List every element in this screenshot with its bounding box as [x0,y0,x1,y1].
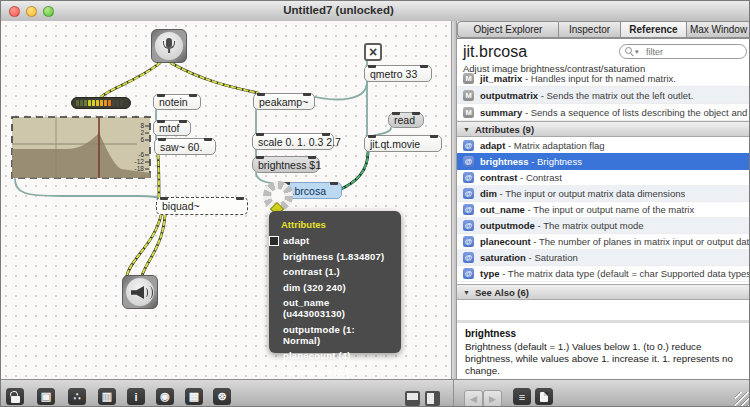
svg-text:-12: -12 [135,158,145,165]
list-view-button[interactable]: ≡ [513,388,531,405]
connections-icon: ◉ [160,390,170,403]
close-window-icon[interactable] [9,6,20,17]
tab-reference[interactable]: Reference [621,21,687,38]
message-badge-icon: M [463,107,474,118]
speaker-icon [126,278,154,306]
method-row-summary[interactable]: M summarySends a sequence of lists descr… [457,104,750,121]
object-box-notein[interactable]: notein [153,94,201,110]
reference-title: jit.brcosa [463,43,527,61]
info-icon: i [134,391,137,403]
description-body: Brightness (default = 1.) Values below 1… [465,341,743,378]
attr-row-saturation[interactable]: @ saturationSaturation [457,249,750,266]
minimize-window-icon[interactable] [26,6,37,17]
attribute-badge-icon: @ [463,204,474,215]
level-meter [71,97,131,109]
grid-button[interactable]: ▦ [185,388,203,405]
attribute-badge-icon: @ [463,220,474,231]
object-box-jit-qt-movie[interactable]: jit.qt.movie [364,135,442,152]
back-button[interactable]: ◀ [464,390,483,407]
presentation-mode-button[interactable]: ▥ [98,388,116,405]
toolbar-divider [453,380,454,407]
sprocket-icon: ⊛ [217,390,226,403]
attr-row-adapt[interactable]: @ adaptMatrix adaptation flag [457,137,750,154]
message-badge-icon: M [463,73,474,84]
attribute-description-pane: brightness Brightness (default = 1.) Val… [457,323,750,379]
duplicate-button[interactable]: ▣ [37,388,55,405]
svg-text:2: 2 [140,129,144,136]
svg-text:-6: -6 [138,151,144,158]
grid-icon: ▦ [189,390,199,403]
attribute-badge-icon: @ [463,140,474,151]
connections-button[interactable]: ◉ [156,388,174,405]
patch-cords-icon: ∴ [74,390,81,403]
mic-icon [155,32,183,60]
message-box-read[interactable]: read [388,112,424,128]
attr-row-contrast[interactable]: @ contrastContrast [457,169,750,186]
console-panel-toggle[interactable] [405,391,420,406]
message-box-brightness[interactable]: brightness $1 [252,156,320,173]
doc-view-button[interactable] [535,388,553,405]
toggle-box[interactable]: × [364,43,382,61]
see-also-section-header[interactable]: ▼ See Also (6) [457,284,750,300]
message-badge-icon: M [463,90,474,101]
vertical-split-icon [434,393,438,404]
document-icon [540,392,548,402]
collapse-triangle-icon: ▼ [463,289,470,296]
object-box-peakamp[interactable]: peakamp~ [253,93,315,110]
adc-mic-button[interactable] [151,29,187,63]
attribute-badge-icon: @ [463,172,474,183]
attr-row-brightness[interactable]: @ brightnessBrightness [457,153,750,170]
forward-arrow-icon: ▶ [489,394,496,404]
object-box-scale[interactable]: scale 0. 1. 0.3 2.7 [252,133,334,150]
back-arrow-icon: ◀ [470,394,477,404]
search-icon [625,47,632,54]
filtergraph[interactable]: 8 2 6 -6 -12 -18 [11,116,151,179]
window-title: Untitled7 (unlocked) [283,4,394,16]
unlock-patcher-button[interactable] [6,388,24,405]
attributes-section-header[interactable]: ▼ Attributes (9) [457,121,750,137]
list-icon: ≡ [519,391,525,403]
resize-grip[interactable] [735,392,749,406]
tab-object-explorer[interactable]: Object Explorer [457,21,559,38]
svg-text:6: 6 [140,136,144,143]
attribute-badge-icon: @ [463,268,474,279]
tab-max-window[interactable]: Max Window [687,21,750,38]
filter-search-field[interactable]: ▾ [619,44,747,59]
zoom-window-icon[interactable] [43,6,54,17]
method-row-outputmatrix[interactable]: M outputmatrixSends the matrix out the l… [457,87,750,104]
sidebar-panel-toggle[interactable] [425,391,440,406]
duplicate-icon: ▣ [41,390,51,403]
svg-text:8: 8 [140,122,144,129]
toggle-x-icon: × [369,45,377,59]
attribute-badge-icon: @ [463,188,474,199]
object-box-mtof[interactable]: mtof [153,120,191,136]
patcher-canvas[interactable]: 8 2 6 -6 -12 -18 notein mtof saw~ 60. bi… [1,21,451,379]
attr-row-type[interactable]: @ typeThe matrix data type (default = ch… [457,265,750,282]
tab-inspector[interactable]: Inspector [559,21,621,38]
horizontal-split-icon [407,400,418,404]
patch-cords-button[interactable]: ∴ [68,388,86,405]
new-object-button[interactable]: ⊛ [213,388,231,405]
object-box-saw[interactable]: saw~ 60. [154,138,216,155]
title-bar: Untitled7 (unlocked) [1,1,750,22]
attr-row-outputmode[interactable]: @ outputmodeThe matrix output mode [457,217,750,234]
attribute-badge-icon: @ [463,252,474,263]
svg-text:-18: -18 [135,165,145,172]
bottom-toolbar: ▣ ∴ ▥ i ◉ ▦ ⊛ ◀ ▶ ≡ [1,379,750,407]
sidebar-tab-bar: Object Explorer Inspector Reference Max … [457,21,750,39]
collapse-triangle-icon: ▼ [463,126,470,133]
object-box-biquad[interactable]: biquad~ [156,197,248,215]
forward-button[interactable]: ▶ [483,390,502,407]
search-options-icon: ▾ [635,48,639,56]
checkbox-icon [269,236,279,246]
attr-row-planecount[interactable]: @ planecountThe number of planes in matr… [457,233,750,250]
attr-row-dim[interactable]: @ dimThe input or output matrix data dim… [457,185,750,202]
tooltip-title: Attributes [281,219,391,230]
dac-speaker-button[interactable] [122,275,158,309]
object-box-qmetro[interactable]: qmetro 33 [364,65,432,82]
attributes-tooltip: Attributes adapt brightness (1.834807) c… [269,211,401,353]
method-row-jit-matrix[interactable]: M jit_matrixHandles input for th named m… [457,70,750,87]
attr-row-out-name[interactable]: @ out_nameThe input or output name of th… [457,201,750,218]
attribute-badge-icon: @ [463,236,474,247]
info-button[interactable]: i [127,388,145,405]
